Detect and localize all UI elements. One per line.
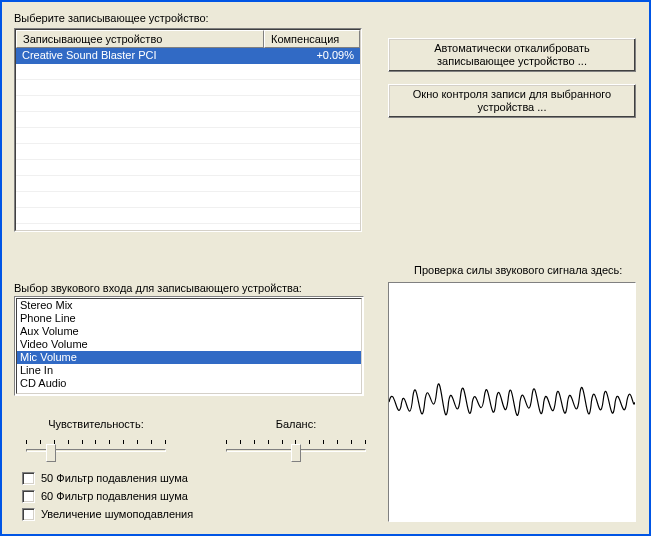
- list-item[interactable]: Line In: [17, 364, 361, 377]
- device-name-cell: Creative Sound Blaster PCI: [16, 48, 264, 64]
- filter50-checkbox[interactable]: [22, 472, 35, 485]
- col-device[interactable]: Записывающее устройство: [16, 30, 264, 48]
- boost-checkbox[interactable]: [22, 508, 35, 521]
- list-item[interactable]: Stereo Mix: [17, 299, 361, 312]
- balance-thumb[interactable]: [291, 444, 301, 462]
- list-item[interactable]: Phone Line: [17, 312, 361, 325]
- balance-slider[interactable]: [226, 440, 366, 462]
- list-item[interactable]: Mic Volume: [17, 351, 361, 364]
- calibrate-button[interactable]: Автоматически откалибровать записывающее…: [388, 38, 636, 72]
- device-comp-cell: +0.09%: [264, 48, 360, 64]
- device-table-header: Записывающее устройство Компенсация: [16, 30, 360, 48]
- list-item[interactable]: Aux Volume: [17, 325, 361, 338]
- filter60-label: 60 Фильтр подавления шума: [41, 490, 188, 502]
- table-row[interactable]: Creative Sound Blaster PCI +0.09%: [16, 48, 360, 64]
- sensitivity-label: Чувствительность:: [26, 418, 166, 430]
- filter50-label: 50 Фильтр подавления шума: [41, 472, 188, 484]
- signal-label: Проверка силы звукового сигнала здесь:: [414, 264, 622, 276]
- sensitivity-slider[interactable]: [26, 440, 166, 462]
- sensitivity-thumb[interactable]: [46, 444, 56, 462]
- device-table[interactable]: Записывающее устройство Компенсация Crea…: [14, 28, 362, 232]
- balance-label: Баланс:: [226, 418, 366, 430]
- list-item[interactable]: CD Audio: [17, 377, 361, 390]
- control-button[interactable]: Окно контроля записи для выбранного устр…: [388, 84, 636, 118]
- boost-label: Увеличение шумоподавления: [41, 508, 193, 520]
- device-select-label: Выберите записывающее устройство:: [14, 12, 362, 24]
- input-select-label: Выбор звукового входа для записывающего …: [14, 282, 302, 294]
- col-compensation[interactable]: Компенсация: [264, 30, 360, 48]
- waveform-display: [388, 282, 636, 522]
- input-list[interactable]: Stereo MixPhone LineAux VolumeVideo Volu…: [14, 296, 364, 396]
- list-item[interactable]: Video Volume: [17, 338, 361, 351]
- filter60-checkbox[interactable]: [22, 490, 35, 503]
